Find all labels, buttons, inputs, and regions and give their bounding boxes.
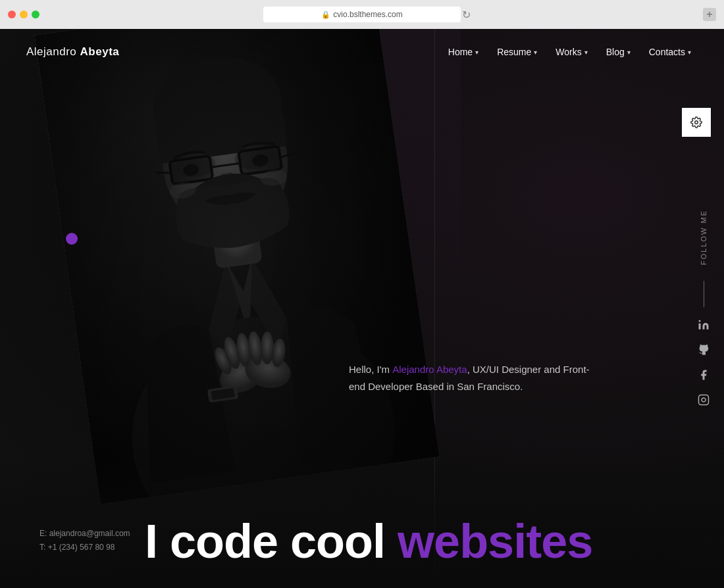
- nav-contacts[interactable]: Contacts ▾: [642, 43, 698, 61]
- phone-item: T: +1 (234) 567 80 98: [39, 541, 130, 555]
- linkedin-icon[interactable]: [696, 318, 711, 332]
- nav-works[interactable]: Works ▾: [549, 43, 594, 61]
- website-content: Alejandro Abeyta Home ▾ Resume ▾ Works ▾…: [0, 29, 724, 588]
- svg-point-33: [699, 320, 701, 322]
- chevron-down-icon: ▾: [584, 49, 588, 56]
- browser-chrome: 🔒 cvio.bslthemes.com ↻ +: [0, 0, 724, 29]
- maximize-button[interactable]: [32, 11, 39, 18]
- chevron-down-icon: ▾: [688, 49, 691, 56]
- url-text: cvio.bslthemes.com: [333, 10, 402, 19]
- hero-intro-section: Hello, I'm Alejandro Abeyta, UX/UI Desig…: [349, 361, 599, 395]
- follow-label: Follow Me: [700, 210, 708, 265]
- tagline-prefix: I code cool: [145, 515, 398, 568]
- svg-rect-34: [699, 395, 709, 405]
- phone-label: T:: [39, 543, 45, 552]
- phone-value: +1 (234) 567 80 98: [48, 543, 115, 552]
- contact-info-section: E: alejandroa@gmail.com T: +1 (234) 567 …: [39, 527, 130, 555]
- tagline-section: I code cool websites: [145, 514, 592, 568]
- intro-prefix: Hello, I'm: [349, 364, 392, 375]
- nav-contacts-label: Contacts: [649, 47, 685, 57]
- follow-sidebar: Follow Me: [696, 210, 711, 407]
- follow-line-divider: [704, 281, 704, 307]
- nav-blog-label: Blog: [606, 47, 625, 57]
- navigation: Alejandro Abeyta Home ▾ Resume ▾ Works ▾…: [0, 29, 724, 75]
- nav-works-label: Works: [556, 47, 581, 57]
- settings-button[interactable]: [682, 108, 711, 137]
- hero-intro-text: Hello, I'm Alejandro Abeyta, UX/UI Desig…: [349, 361, 599, 395]
- tagline-highlight: websites: [398, 515, 592, 568]
- nav-home[interactable]: Home ▾: [442, 43, 485, 61]
- logo-first: Alejandro: [26, 45, 80, 58]
- logo-bold: Abeyta: [80, 45, 120, 58]
- chevron-down-icon: ▾: [627, 49, 631, 56]
- facebook-icon[interactable]: [696, 368, 711, 382]
- nav-blog[interactable]: Blog ▾: [600, 43, 637, 61]
- tagline-text: I code cool websites: [145, 514, 592, 568]
- email-label: E:: [39, 529, 47, 538]
- email-item: E: alejandroa@gmail.com: [39, 527, 130, 541]
- gear-icon: [690, 116, 702, 128]
- traffic-lights: [8, 11, 39, 18]
- lock-icon: 🔒: [321, 11, 330, 19]
- vertical-divider: [434, 29, 435, 588]
- hero-image-container: [26, 29, 434, 509]
- purple-dot-decoration: [66, 233, 78, 245]
- address-bar[interactable]: 🔒 cvio.bslthemes.com: [263, 7, 461, 22]
- svg-rect-31: [34, 29, 439, 504]
- nav-links: Home ▾ Resume ▾ Works ▾ Blog ▾ Contacts …: [442, 43, 698, 61]
- email-value: alejandroa@gmail.com: [49, 529, 130, 538]
- refresh-button[interactable]: ↻: [462, 9, 471, 21]
- logo[interactable]: Alejandro Abeyta: [26, 45, 119, 59]
- svg-rect-32: [699, 324, 701, 330]
- new-tab-button[interactable]: +: [703, 8, 716, 21]
- minimize-button[interactable]: [20, 11, 28, 18]
- hero-portrait: [34, 29, 439, 504]
- nav-resume-label: Resume: [497, 47, 531, 57]
- chevron-down-icon: ▾: [534, 49, 537, 56]
- nav-home-label: Home: [448, 47, 473, 57]
- portrait-svg: [34, 29, 439, 504]
- nav-resume[interactable]: Resume ▾: [490, 43, 544, 61]
- chevron-down-icon: ▾: [475, 49, 478, 56]
- close-button[interactable]: [8, 11, 16, 18]
- intro-name: Alejandro Abeyta: [392, 364, 467, 375]
- instagram-icon[interactable]: [696, 393, 711, 407]
- portrait-bg: [34, 29, 439, 504]
- github-icon[interactable]: [696, 343, 711, 357]
- svg-point-0: [695, 121, 698, 124]
